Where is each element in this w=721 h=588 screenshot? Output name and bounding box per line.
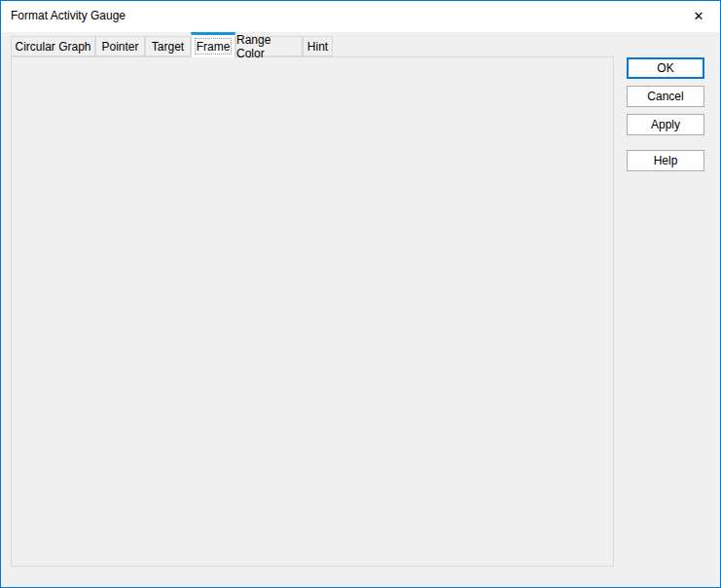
tab-frame[interactable]: Frame xyxy=(191,32,235,57)
titlebar: Format Activity Gauge ✕ xyxy=(1,1,720,32)
close-button[interactable]: ✕ xyxy=(679,1,718,30)
tab-target[interactable]: Target xyxy=(145,36,191,56)
tab-circular-graph[interactable]: Circular Graph xyxy=(11,36,95,56)
format-activity-gauge-dialog: Format Activity Gauge ✕ Circular Graph P… xyxy=(0,0,721,588)
tab-pointer[interactable]: Pointer xyxy=(95,36,145,56)
window-title: Format Activity Gauge xyxy=(11,9,126,22)
close-icon: ✕ xyxy=(694,9,704,23)
help-button[interactable]: Help xyxy=(627,150,704,171)
apply-button[interactable]: Apply xyxy=(627,114,704,135)
tab-range-color[interactable]: Range Color xyxy=(235,36,303,56)
tab-content-pane xyxy=(11,56,614,567)
cancel-button[interactable]: Cancel xyxy=(627,86,704,107)
tab-hint[interactable]: Hint xyxy=(303,36,333,56)
ok-button[interactable]: OK xyxy=(627,57,704,79)
